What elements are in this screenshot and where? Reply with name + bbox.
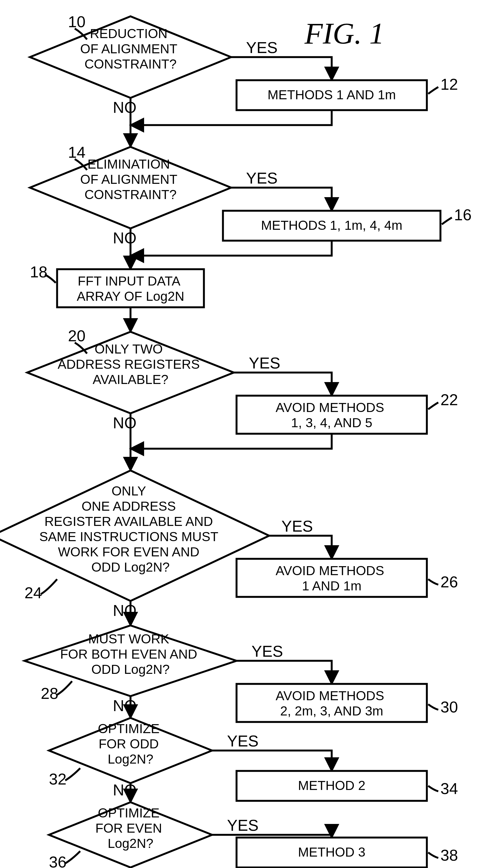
flowchart-canvas: FIG. 1 REDUCTION OF ALIGNMENT CONSTRAINT… — [0, 0, 497, 868]
leader-24 — [41, 579, 57, 594]
refnum-34: 34 — [440, 780, 458, 797]
label-36-yes: YES — [227, 816, 258, 834]
edge-14-yes — [231, 188, 332, 211]
edge-10-yes — [231, 57, 332, 80]
label-28-yes: YES — [252, 642, 283, 660]
refnum-28: 28 — [41, 684, 58, 702]
refnum-36: 36 — [49, 853, 67, 868]
process-12: METHODS 1 AND 1m — [237, 80, 427, 110]
process-34: METHOD 2 — [237, 771, 427, 801]
leader-12 — [428, 87, 438, 94]
refnum-32: 32 — [49, 770, 67, 788]
refnum-12: 12 — [440, 75, 458, 93]
label-10-yes: YES — [246, 39, 278, 56]
process-18: FFT INPUT DATA ARRAY OF Log2N — [57, 269, 204, 307]
label-32-yes: YES — [227, 732, 258, 750]
figure-title: FIG. 1 — [304, 17, 384, 50]
process-16: METHODS 1, 1m, 4, 4m — [223, 211, 440, 241]
decision-24: ONLY ONE ADDRESS REGISTER AVAILABLE AND … — [0, 470, 269, 601]
leader-16 — [442, 217, 452, 224]
leader-34 — [428, 786, 438, 791]
label-14-no: NO — [113, 229, 137, 247]
refnum-16: 16 — [454, 206, 472, 224]
leader-28 — [57, 681, 72, 695]
decision-14-text: ELIMINATION OF ALIGNMENT CONSTRAINT? — [80, 157, 181, 202]
process-26: AVOID METHODS 1 AND 1m — [237, 559, 427, 597]
process-38: METHOD 3 — [237, 838, 427, 867]
leader-22 — [428, 402, 438, 409]
refnum-30: 30 — [440, 698, 458, 716]
process-38-text: METHOD 3 — [298, 845, 365, 859]
label-10-no: NO — [113, 98, 137, 116]
refnum-10: 10 — [68, 13, 86, 30]
leader-36 — [65, 851, 80, 863]
process-16-text: METHODS 1, 1m, 4, 4m — [261, 218, 402, 232]
process-12-text: METHODS 1 AND 1m — [268, 88, 396, 102]
edge-20-yes — [234, 372, 332, 396]
leader-38 — [428, 853, 438, 858]
process-34-text: METHOD 2 — [298, 778, 365, 793]
refnum-18: 18 — [30, 263, 47, 281]
edge-24-yes — [269, 536, 332, 559]
leader-32 — [65, 768, 80, 780]
decision-10: REDUCTION OF ALIGNMENT CONSTRAINT? — [30, 16, 231, 98]
label-14-yes: YES — [246, 169, 278, 187]
label-20-yes: YES — [249, 354, 280, 372]
label-24-no: NO — [113, 601, 137, 619]
refnum-24: 24 — [25, 584, 42, 601]
edge-22-merge — [130, 434, 332, 449]
label-28-no: NO — [113, 697, 137, 714]
decision-10-text: REDUCTION OF ALIGNMENT CONSTRAINT? — [80, 26, 181, 71]
label-32-no: NO — [113, 781, 137, 799]
edge-32-yes — [212, 751, 332, 771]
edge-16-merge — [130, 241, 332, 256]
refnum-26: 26 — [440, 573, 458, 590]
refnum-14: 14 — [68, 143, 86, 161]
label-20-no: NO — [113, 414, 137, 431]
refnum-22: 22 — [440, 391, 458, 409]
decision-20: ONLY TWO ADDRESS REGISTERS AVAILABLE? — [27, 332, 234, 413]
leader-26 — [428, 579, 438, 585]
decision-14: ELIMINATION OF ALIGNMENT CONSTRAINT? — [30, 147, 231, 228]
label-24-yes: YES — [281, 517, 313, 535]
leader-30 — [428, 704, 438, 710]
edge-12-merge — [130, 110, 332, 125]
process-30: AVOID METHODS 2, 2m, 3, AND 3m — [237, 684, 427, 722]
process-22: AVOID METHODS 1, 3, 4, AND 5 — [237, 396, 427, 434]
decision-32-text: OPTIMIZE FOR ODD Log2N? — [98, 722, 163, 766]
edge-28-yes — [237, 661, 332, 684]
refnum-38: 38 — [440, 846, 458, 864]
refnum-20: 20 — [68, 327, 86, 344]
